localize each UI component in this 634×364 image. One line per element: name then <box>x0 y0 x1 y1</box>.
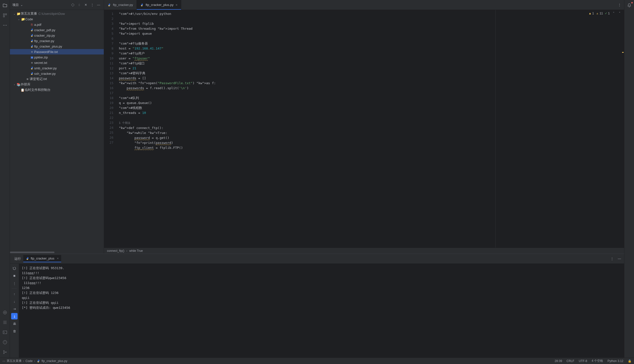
tree-external-libs[interactable]: › 📚 外部库 <box>10 82 104 87</box>
sidebar-scroll-h[interactable] <box>10 251 104 254</box>
tab-ftp-cracker[interactable]: ftp_cracker.py <box>104 0 137 10</box>
more-tool-icon[interactable] <box>2 22 8 29</box>
problems-icon[interactable] <box>2 339 8 346</box>
svg-point-12 <box>6 352 6 352</box>
rerun-icon[interactable] <box>11 265 18 272</box>
svg-rect-0 <box>3 14 4 15</box>
status-bar: ▭ 第五次直播 › Code › ftp_cracker_plus.py 28:… <box>0 358 634 364</box>
svg-point-11 <box>4 353 4 354</box>
svg-rect-2 <box>3 16 4 17</box>
line-gutter: 1234567891011121314151617181920212223242… <box>104 10 119 248</box>
svg-rect-1 <box>5 14 6 15</box>
editor-area: ftp_cracker.py ftp_cracker_plus.py × ⋮ 1… <box>104 0 624 254</box>
collapse-all-icon[interactable]: ✕ <box>83 2 88 8</box>
close-tab-icon[interactable]: × <box>176 3 178 7</box>
down-stack-icon[interactable]: ↓ <box>11 298 18 304</box>
cursor-pos[interactable]: 28:39 <box>555 359 562 363</box>
sidebar-title[interactable]: 项目 <box>12 3 19 7</box>
right-tool-strip <box>624 0 634 358</box>
inspections-up-icon[interactable]: ˄ <box>612 12 616 15</box>
inspections-down-icon[interactable]: ˅ <box>618 12 622 15</box>
run-toolbar: ⋮ ↑ ↓ ⇥ ⤓ 🖶 🗑 <box>10 264 19 358</box>
svg-point-6 <box>3 311 6 314</box>
run-hide-icon[interactable]: — <box>617 256 622 262</box>
print-icon[interactable]: 🖶 <box>11 320 18 327</box>
encoding[interactable]: UTF-8 <box>579 359 587 363</box>
tree-root[interactable]: ⌄ 📁 第五次直播 C:\Users\lipin\Dow <box>10 11 104 16</box>
root-path: C:\Users\lipin\Dow <box>38 12 65 16</box>
options-icon[interactable]: ⋮ <box>90 2 95 8</box>
tree-file[interactable]: ▣ppkke.zip <box>10 54 104 60</box>
run-options-icon[interactable]: ⋮ <box>609 256 615 262</box>
tree-scratch[interactable]: 📋 临时文件和控制台 <box>10 87 104 92</box>
run-panel: 运行 ftp_cracker_plus × ⋮ — ⋮ <box>10 254 624 358</box>
svg-rect-14 <box>14 275 15 277</box>
tree-file[interactable]: cracker_zip.py <box>10 33 104 38</box>
tree-file[interactable]: cracker_pdf.py <box>10 27 104 33</box>
clear-icon[interactable]: 🗑 <box>11 328 18 334</box>
svg-point-10 <box>4 350 4 351</box>
run-more-icon[interactable]: ⋮ <box>11 280 18 286</box>
vcs-icon[interactable] <box>2 349 8 356</box>
soft-wrap-icon[interactable]: ⇥ <box>11 306 18 312</box>
tab-ftp-cracker-plus[interactable]: ftp_cracker_plus.py × <box>137 0 181 10</box>
editor-body[interactable]: 1234567891011121314151617181920212223242… <box>104 10 624 248</box>
tree-file[interactable]: ssh_cracker.py <box>10 71 104 76</box>
svg-rect-8 <box>3 331 7 334</box>
editor-right-gutter: ▲1 ▲11 ✓1 ˄ ˅ <box>495 10 624 248</box>
minimap-mark[interactable] <box>622 52 624 53</box>
tree-notes[interactable]: ≡ 课堂笔记.txt <box>10 76 104 82</box>
tree-file[interactable]: ≡PasswordFile.txt <box>10 49 104 54</box>
editor-tabs: ftp_cracker.py ftp_cracker_plus.py × ⋮ <box>104 0 624 10</box>
inspections-widget[interactable]: ▲1 ▲11 ✓1 ˄ ˅ <box>588 12 622 15</box>
project-sidebar: 项目 ⌄ ✕ ⋮ — ⌄ <box>10 0 104 254</box>
tree-file[interactable]: ≡secret.txt <box>10 60 104 65</box>
sidebar-header: 项目 ⌄ ✕ ⋮ — <box>10 0 104 10</box>
indent[interactable]: 4 个空格 <box>592 359 603 363</box>
project-tool-icon[interactable] <box>2 2 8 9</box>
line-ending[interactable]: CRLF <box>567 359 574 363</box>
scroll-end-icon[interactable]: ⤓ <box>11 313 18 320</box>
svg-point-4 <box>4 25 5 26</box>
run-config-tab[interactable]: ftp_cracker_plus × <box>23 255 61 262</box>
stop-icon[interactable] <box>11 273 18 279</box>
svg-point-7 <box>4 312 6 313</box>
console-output[interactable]: [!] 正在尝试密码 953139. 111qqq!!! [!] 正在尝试密码q… <box>19 264 624 358</box>
tree-file[interactable]: smb_cracker.py <box>10 65 104 71</box>
up-stack-icon[interactable]: ↑ <box>11 291 18 297</box>
expand-icon[interactable] <box>76 2 82 8</box>
svg-point-3 <box>3 25 4 26</box>
notifications-icon[interactable] <box>626 2 633 9</box>
tree-file[interactable]: ftp_cracker_plus.py <box>10 44 104 49</box>
services-icon[interactable] <box>2 319 8 326</box>
svg-point-13 <box>72 4 74 6</box>
svg-point-5 <box>6 25 7 26</box>
python-console-icon[interactable] <box>2 309 8 316</box>
code-view[interactable]: "com">#!/usr/bin/env python "kw">import … <box>119 10 495 248</box>
editor-breadcrumb[interactable]: connect_ftp() › while True <box>104 248 624 254</box>
run-tab-label[interactable]: 运行 <box>12 256 23 261</box>
run-tabs: 运行 ftp_cracker_plus × ⋮ — <box>10 254 624 264</box>
file-tree: ⌄ 📁 第五次直播 C:\Users\lipin\Dow ⌄ 📁 Code ⎘a… <box>10 10 104 251</box>
locate-icon[interactable] <box>70 2 76 8</box>
root-name: 第五次直播 <box>21 12 37 16</box>
structure-tool-icon[interactable] <box>2 12 8 19</box>
status-breadcrumb[interactable]: ▭ 第五次直播 › Code › ftp_cracker_plus.py <box>2 359 67 363</box>
lock-icon[interactable]: 🔒 <box>628 359 632 363</box>
chevron-down-icon[interactable]: ⌄ <box>20 3 23 7</box>
tree-file[interactable]: ftp_cracker.py <box>10 38 104 44</box>
tree-folder-code[interactable]: ⌄ 📁 Code <box>10 16 104 22</box>
close-run-tab-icon[interactable]: × <box>57 256 59 260</box>
tree-file[interactable]: ⎘a.pdf <box>10 22 104 27</box>
python-interpreter[interactable]: Python 3.12 <box>608 359 623 363</box>
hide-icon[interactable]: — <box>96 2 101 8</box>
tabs-options-icon[interactable]: ⋮ <box>617 2 622 8</box>
activity-bar <box>0 0 10 358</box>
terminal-icon[interactable] <box>2 329 8 336</box>
